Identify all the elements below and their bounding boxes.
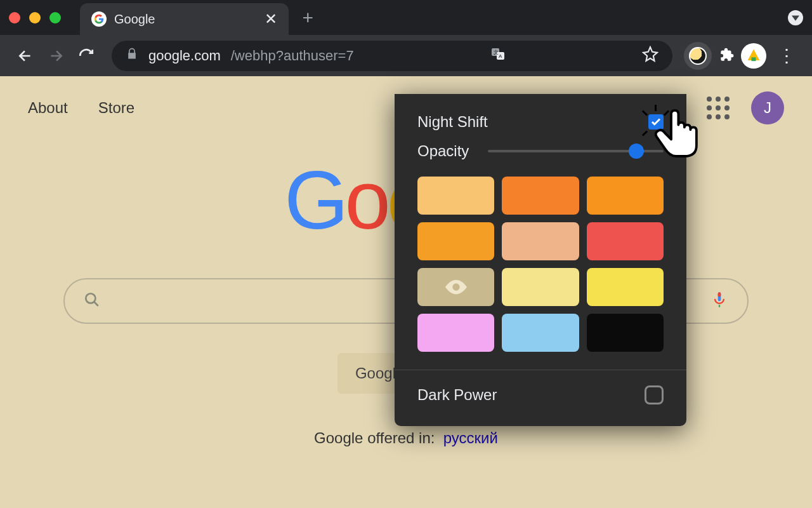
bookmark-star-icon[interactable] bbox=[642, 46, 658, 66]
eye-icon bbox=[445, 279, 467, 295]
offered-language-link[interactable]: русский bbox=[443, 429, 498, 446]
window-traffic-lights bbox=[9, 12, 61, 23]
window-minimize-button[interactable] bbox=[29, 12, 41, 23]
dark-power-label: Dark Power bbox=[417, 386, 497, 404]
color-swatch[interactable] bbox=[502, 268, 579, 306]
titlebar-right bbox=[788, 10, 803, 25]
color-swatch[interactable] bbox=[587, 222, 664, 260]
night-shift-extension-icon[interactable] bbox=[684, 42, 712, 70]
voice-search-icon[interactable] bbox=[710, 291, 728, 311]
new-tab-button[interactable]: + bbox=[303, 7, 314, 29]
night-shift-checkbox[interactable] bbox=[648, 114, 664, 130]
google-apps-icon[interactable] bbox=[707, 97, 730, 119]
color-swatches bbox=[417, 177, 664, 352]
color-swatch[interactable] bbox=[587, 314, 664, 352]
night-shift-popup: Night Shift Opacity Dark Power bbox=[395, 94, 686, 426]
color-swatch[interactable] bbox=[502, 222, 579, 260]
opacity-slider[interactable] bbox=[488, 150, 664, 152]
color-swatch[interactable] bbox=[417, 222, 494, 260]
svg-rect-7 bbox=[718, 292, 721, 297]
window-fullscreen-button[interactable] bbox=[49, 12, 61, 23]
opacity-label: Opacity bbox=[417, 142, 469, 160]
browser-tab[interactable]: Google ✕ bbox=[80, 3, 289, 35]
color-swatch[interactable] bbox=[502, 314, 579, 352]
browser-toolbar: google.com/webhp?authuser=7 文A ⋮ bbox=[0, 35, 812, 76]
extension-icons: ⋮ bbox=[684, 42, 801, 70]
back-button[interactable] bbox=[11, 42, 39, 70]
opacity-row: Opacity bbox=[417, 142, 664, 160]
svg-text:A: A bbox=[499, 53, 502, 59]
offered-prefix: Google offered in: bbox=[314, 429, 435, 446]
night-shift-label: Night Shift bbox=[417, 113, 488, 131]
dark-power-row: Dark Power bbox=[417, 385, 664, 404]
omnibox[interactable]: google.com/webhp?authuser=7 文A bbox=[112, 41, 672, 71]
language-offered: Google offered in: русский bbox=[0, 429, 812, 447]
color-swatch[interactable] bbox=[587, 177, 664, 215]
tab-close-icon[interactable]: ✕ bbox=[265, 10, 277, 28]
night-shift-toggle-row: Night Shift bbox=[417, 113, 664, 131]
titlebar: Google ✕ + bbox=[0, 0, 812, 35]
forward-button[interactable] bbox=[42, 42, 70, 70]
google-favicon bbox=[91, 11, 107, 27]
tab-title: Google bbox=[114, 12, 155, 27]
reload-button[interactable] bbox=[72, 42, 100, 70]
color-swatch[interactable] bbox=[417, 177, 494, 215]
url-path: /webhp?authuser=7 bbox=[231, 48, 354, 64]
about-link[interactable]: About bbox=[28, 99, 68, 117]
window-close-button[interactable] bbox=[9, 12, 20, 23]
color-swatch[interactable] bbox=[502, 177, 579, 215]
color-swatch[interactable] bbox=[417, 268, 494, 306]
store-link[interactable]: Store bbox=[98, 99, 134, 117]
svg-rect-4 bbox=[752, 57, 756, 61]
avatar-initial: J bbox=[764, 99, 771, 117]
svg-point-5 bbox=[86, 293, 95, 303]
dark-power-checkbox[interactable] bbox=[645, 385, 664, 404]
profile-avatar-icon[interactable] bbox=[741, 43, 766, 69]
color-swatch[interactable] bbox=[417, 314, 494, 352]
account-dropdown-icon[interactable] bbox=[788, 10, 803, 25]
divider bbox=[395, 370, 686, 370]
extensions-puzzle-icon[interactable] bbox=[718, 46, 735, 65]
svg-text:文: 文 bbox=[494, 50, 499, 55]
slider-thumb[interactable] bbox=[629, 144, 644, 159]
url-host: google.com bbox=[148, 48, 221, 64]
translate-icon[interactable]: 文A bbox=[490, 46, 506, 65]
search-icon bbox=[84, 291, 100, 311]
browser-menu-icon[interactable]: ⋮ bbox=[773, 45, 801, 66]
color-swatch[interactable] bbox=[587, 268, 664, 306]
lock-icon bbox=[126, 48, 138, 64]
account-avatar[interactable]: J bbox=[751, 91, 784, 124]
